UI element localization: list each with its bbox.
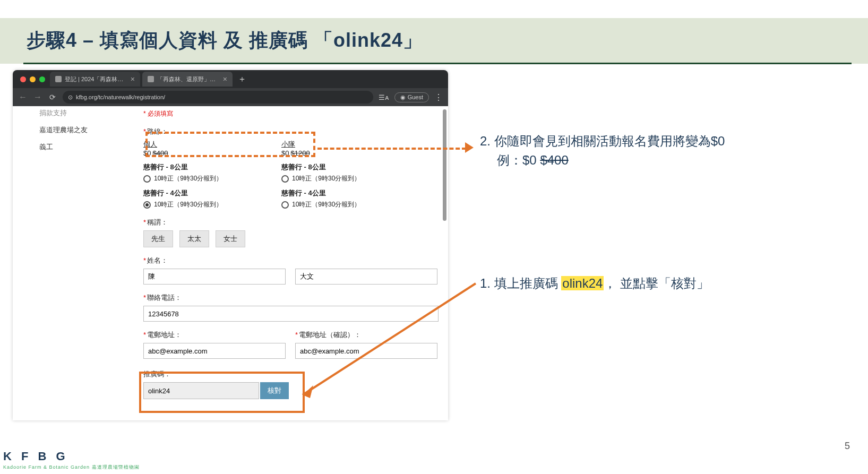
salutation-mr[interactable]: 先生 <box>143 230 173 247</box>
radio-icon <box>281 201 289 209</box>
logo: K F B G <box>3 450 68 463</box>
annotation-1: 1. 填上推廣碼 olink24， 並點擊「核對」 <box>480 275 709 292</box>
browser-tab-2[interactable]: 「再森林、還原野」慈善行及跑 × <box>142 72 233 87</box>
radio-8km-individual[interactable]: 10時正（9時30分報到） <box>143 174 239 183</box>
event-4km-head: 慈善行 - 4公里 <box>143 188 239 198</box>
name-label: *姓名： <box>143 256 441 265</box>
solid-arrow <box>297 281 478 414</box>
favicon-icon <box>148 76 154 82</box>
favicon-icon <box>55 76 62 82</box>
logo-subtitle: Kadoorie Farm & Botanic Garden 嘉道理農場暨植物園 <box>3 464 140 471</box>
annotation-1-code: olink24 <box>561 276 604 290</box>
maximize-icon[interactable] <box>39 76 45 82</box>
surname-input[interactable] <box>143 269 286 285</box>
annotation-1-suffix: ， 並點擊「核對」 <box>604 276 709 290</box>
title-rule <box>23 63 852 64</box>
salutation-mrs[interactable]: 太太 <box>179 230 209 247</box>
slide-title: 步驟4 – 填寫個人資料 及 推廣碼 「olink24」 <box>27 28 423 54</box>
minimize-icon[interactable] <box>30 76 36 82</box>
radio-8km-team[interactable]: 10時正（9時30分報到） <box>281 174 377 183</box>
annotation-1-prefix: 1. 填上推廣碼 <box>480 276 561 290</box>
event-8km-head: 慈善行 - 8公里 <box>281 162 377 172</box>
url-bar[interactable]: ⊙ kfbg.org/tc/naturewalk/registration/ <box>63 91 373 104</box>
salutation-ms[interactable]: 女士 <box>216 230 245 247</box>
radio-label: 10時正（9時30分報到） <box>292 174 360 183</box>
guest-button[interactable]: ◉ Guest <box>394 92 429 102</box>
forward-icon[interactable]: → <box>33 92 42 102</box>
sidebar-item[interactable]: 義工 <box>39 142 103 152</box>
salutation-label: *稱謂： <box>143 218 441 227</box>
scrollbar[interactable] <box>443 109 446 221</box>
tab-title: 「再森林、還原野」慈善行及跑 <box>157 75 218 83</box>
lock-icon: ⊙ <box>68 94 73 101</box>
annotation-2-line2-prefix: 例：$0 <box>497 153 540 167</box>
annotation-2: 2. 你隨即會見到相關活動報名費用將變為$0 例：$0 $400 <box>480 132 725 170</box>
svg-line-0 <box>303 283 476 395</box>
person-icon: ◉ <box>400 94 406 101</box>
event-8km-head: 慈善行 - 8公里 <box>143 162 239 172</box>
sidebar-item[interactable]: 捐款支持 <box>39 108 103 118</box>
close-tab-icon[interactable]: × <box>223 75 227 83</box>
email-label: *電郵地址： <box>143 330 286 340</box>
dash-arrow <box>317 148 466 150</box>
new-tab-button[interactable]: ＋ <box>238 74 246 85</box>
menu-icon[interactable]: ⋮ <box>434 92 443 102</box>
page-sidebar: 捐款支持 嘉道理農場之友 義工 <box>39 108 103 159</box>
reload-icon[interactable]: ⟳ <box>48 93 57 101</box>
guest-label: Guest <box>408 94 423 100</box>
browser-toolbar: ← → ⟳ ⊙ kfbg.org/tc/naturewalk/registrat… <box>13 88 448 106</box>
annotation-2-line2-strike: $400 <box>540 153 568 167</box>
event-4km-head: 慈善行 - 4公里 <box>281 188 377 198</box>
translate-icon[interactable]: ☰ᴀ <box>379 93 389 101</box>
email-input[interactable] <box>143 343 286 359</box>
promo-highlight-box <box>139 372 305 413</box>
dash-highlight-price <box>145 132 315 157</box>
tab-title: 登記 | 2024「再森林．還原野」 <box>65 75 125 83</box>
window-controls <box>20 76 45 82</box>
browser-tab-1[interactable]: 登記 | 2024「再森林．還原野」 × <box>50 72 140 87</box>
radio-icon <box>281 175 289 183</box>
close-icon[interactable] <box>20 76 26 82</box>
radio-label: 10時正（9時30分報到） <box>154 174 222 183</box>
arrow-head-icon <box>465 142 474 153</box>
annotation-2-line1: 2. 你隨即會見到相關活動報名費用將變為$0 <box>480 132 725 151</box>
required-note: * 必須填寫 <box>143 109 441 118</box>
svg-marker-1 <box>303 385 313 398</box>
back-icon[interactable]: ← <box>18 92 28 102</box>
page-number: 5 <box>845 441 850 452</box>
close-tab-icon[interactable]: × <box>131 75 135 83</box>
tab-bar: 登記 | 2024「再森林．還原野」 × 「再森林、還原野」慈善行及跑 × ＋ <box>50 70 246 88</box>
radio-4km-individual[interactable]: 10時正（9時30分報到） <box>143 200 239 209</box>
radio-label: 10時正（9時30分報到） <box>292 200 360 209</box>
radio-4km-team[interactable]: 10時正（9時30分報到） <box>281 200 377 209</box>
radio-icon <box>143 201 151 209</box>
url-text: kfbg.org/tc/naturewalk/registration/ <box>76 94 165 100</box>
radio-label: 10時正（9時30分報到） <box>154 200 222 209</box>
radio-icon <box>143 175 151 183</box>
sidebar-item[interactable]: 嘉道理農場之友 <box>39 125 103 135</box>
